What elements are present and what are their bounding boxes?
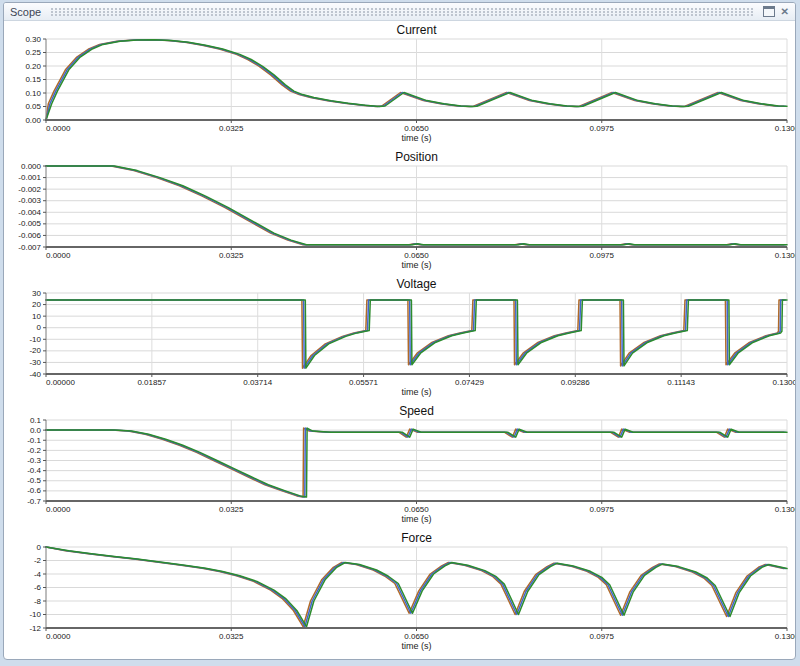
y-tick-label: -6 [34, 583, 42, 592]
titlebar-drag-handle[interactable] [51, 8, 752, 16]
y-tick-label: -0.6 [27, 486, 41, 495]
y-tick-label: -30 [29, 358, 41, 367]
y-tick-label: -2 [34, 556, 42, 565]
x-tick-label: 0.0975 [590, 632, 615, 641]
x-tick-label: 0.0325 [219, 251, 244, 260]
x-tick-label: 0.0325 [219, 505, 244, 514]
y-tick-label: -0.003 [18, 196, 41, 205]
x-tick-label: 0.09286 [561, 378, 590, 387]
x-tick-label: 0.0000 [46, 505, 71, 514]
x-tick-label: 0.03714 [243, 378, 272, 387]
y-tick-label: -0.001 [18, 173, 41, 182]
chart-position: Position0.000-0.001-0.002-0.003-0.004-0.… [6, 149, 793, 276]
y-tick-label: -4 [34, 570, 42, 579]
x-axis-label: time (s) [402, 133, 432, 143]
chart-svg-speed: Speed0.10.0-0.1-0.2-0.3-0.4-0.5-0.6-0.70… [6, 403, 795, 530]
x-tick-label: 0.1300 [775, 124, 795, 133]
x-tick-label: 0.1300 [775, 632, 795, 641]
x-tick-label: 0.1300 [775, 505, 795, 514]
y-tick-label: 0.25 [25, 48, 41, 57]
x-tick-label: 0.0650 [404, 505, 429, 514]
x-axis-label: time (s) [402, 260, 432, 270]
x-tick-label: 0.05571 [349, 378, 378, 387]
chart-svg-voltage: Voltage3020100-10-20-30-400.000000.01857… [6, 276, 795, 403]
chart-title: Current [396, 23, 437, 37]
x-tick-label: 0.0325 [219, 632, 244, 641]
chart-title: Voltage [396, 277, 436, 291]
maximize-restore-icon[interactable] [763, 6, 775, 17]
scope-window: Scope ✕ Current0.300.250.200.150.100.050… [3, 2, 796, 660]
y-tick-label: -40 [29, 370, 41, 379]
x-tick-label: 0.0650 [404, 124, 429, 133]
chart-speed: Speed0.10.0-0.1-0.2-0.3-0.4-0.5-0.6-0.70… [6, 403, 793, 530]
x-tick-label: 0.13000 [773, 378, 795, 387]
x-axis-label: time (s) [402, 387, 432, 397]
y-tick-label: 0.0 [30, 426, 42, 435]
chart-voltage: Voltage3020100-10-20-30-400.000000.01857… [6, 276, 793, 403]
x-tick-label: 0.07429 [455, 378, 484, 387]
x-tick-label: 0.0975 [590, 505, 615, 514]
y-tick-label: -0.004 [18, 208, 41, 217]
x-tick-label: 0.0650 [404, 251, 429, 260]
x-tick-label: 0.0000 [46, 124, 71, 133]
y-tick-label: -0.7 [27, 497, 41, 506]
y-tick-label: -20 [29, 346, 41, 355]
y-tick-label: -0.5 [27, 476, 41, 485]
y-tick-label: -0.002 [18, 185, 41, 194]
y-tick-label: 0 [37, 543, 42, 552]
y-tick-label: -0.4 [27, 466, 41, 475]
chart-force: Force0-2-4-6-8-10-120.00000.03250.06500.… [6, 530, 793, 657]
y-tick-label: -0.3 [27, 456, 41, 465]
x-tick-label: 0.11143 [667, 378, 695, 387]
titlebar-icons: ✕ [763, 6, 789, 17]
y-tick-label: -0.1 [27, 436, 41, 445]
chart-svg-position: Position0.000-0.001-0.002-0.003-0.004-0.… [6, 149, 795, 276]
charts-container: Current0.300.250.200.150.100.050.000.000… [4, 21, 795, 659]
chart-title: Speed [399, 404, 434, 418]
y-tick-label: 0.05 [25, 102, 41, 111]
y-tick-label: 0.000 [21, 162, 42, 171]
y-tick-label: 0.30 [25, 35, 41, 44]
chart-title: Force [401, 531, 432, 545]
y-tick-label: 0.10 [25, 89, 41, 98]
x-axis-label: time (s) [402, 514, 432, 524]
x-tick-label: 0.0975 [590, 124, 615, 133]
y-tick-label: -10 [29, 335, 41, 344]
y-tick-label: 30 [32, 289, 41, 298]
y-tick-label: 0 [37, 323, 42, 332]
titlebar[interactable]: Scope ✕ [4, 3, 795, 21]
y-tick-label: -12 [29, 624, 41, 633]
x-tick-label: 0.0975 [590, 251, 615, 260]
chart-svg-force: Force0-2-4-6-8-10-120.00000.03250.06500.… [6, 530, 795, 657]
y-tick-label: 20 [32, 300, 41, 309]
chart-title: Position [395, 150, 438, 164]
y-tick-label: -10 [29, 610, 41, 619]
y-tick-label: -0.2 [27, 446, 41, 455]
y-tick-label: 0.20 [25, 62, 41, 71]
chart-svg-current: Current0.300.250.200.150.100.050.000.000… [6, 22, 795, 149]
y-tick-label: 10 [32, 312, 41, 321]
x-tick-label: 0.0000 [46, 632, 71, 641]
x-tick-label: 0.1300 [775, 251, 795, 260]
y-tick-label: -0.006 [18, 231, 41, 240]
y-tick-label: 0.15 [25, 75, 41, 84]
window-title: Scope [10, 6, 41, 18]
chart-current: Current0.300.250.200.150.100.050.000.000… [6, 22, 793, 149]
y-tick-label: -8 [34, 597, 42, 606]
x-tick-label: 0.0000 [46, 251, 71, 260]
y-tick-label: -0.007 [18, 243, 41, 252]
y-tick-label: 0.1 [30, 416, 42, 425]
x-tick-label: 0.01857 [137, 378, 166, 387]
y-tick-label: 0.00 [25, 116, 41, 125]
y-tick-label: -0.005 [18, 219, 41, 228]
x-tick-label: 0.0325 [219, 124, 244, 133]
x-tick-label: 0.0650 [404, 632, 429, 641]
close-icon[interactable]: ✕ [781, 7, 789, 17]
x-tick-label: 0.00000 [46, 378, 75, 387]
x-axis-label: time (s) [402, 641, 432, 651]
